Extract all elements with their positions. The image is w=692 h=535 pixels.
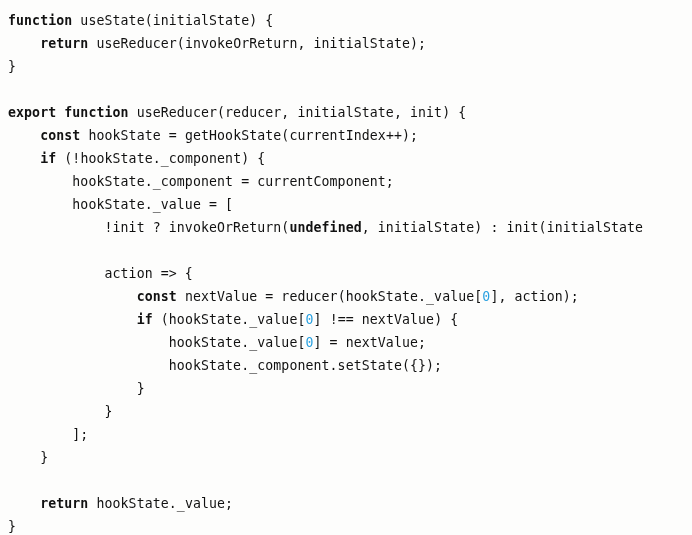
code-token: hookState._component.setState({}); (8, 358, 442, 373)
code-token: action => { (8, 266, 193, 281)
code-token: return (40, 496, 88, 511)
code-token: ]; (8, 427, 88, 442)
code-token: const (137, 289, 177, 304)
code-token: hookState._value = [ (8, 197, 233, 212)
code-token: } (8, 59, 16, 74)
code-token: nextValue = reducer(hookState._value[ (177, 289, 483, 304)
code-token: hookState._value; (88, 496, 233, 511)
code-token: hookState._value[ (8, 335, 305, 350)
code-token: ], action); (490, 289, 578, 304)
code-token: useReducer(reducer, initialState, init) … (129, 105, 467, 120)
code-token: if (137, 312, 153, 327)
code-token: } (8, 404, 113, 419)
code-token: } (8, 450, 48, 465)
code-token (8, 496, 40, 511)
code-token: useReducer(invokeOrReturn, initialState)… (88, 36, 426, 51)
code-token: (!hookState._component) { (56, 151, 265, 166)
code-token: , initialState) : init(initialState (362, 220, 643, 235)
code-token: 0 (305, 335, 313, 350)
code-token (8, 289, 137, 304)
code-token: if (40, 151, 56, 166)
code-token: !init ? invokeOrReturn( (8, 220, 289, 235)
code-token: } (8, 381, 145, 396)
code-token: hookState._component = currentComponent; (8, 174, 394, 189)
code-token: ] = nextValue; (314, 335, 427, 350)
code-token: ] !== nextValue) { (314, 312, 459, 327)
code-token: } (8, 519, 16, 534)
code-token: undefined (289, 220, 361, 235)
code-token: return (40, 36, 88, 51)
code-token (8, 36, 40, 51)
code-token: hookState = getHookState(currentIndex++)… (80, 128, 418, 143)
code-token: function (8, 13, 72, 28)
code-token (8, 312, 137, 327)
code-token: useState(initialState) { (72, 13, 273, 28)
code-token: export function (8, 105, 129, 120)
code-token: 0 (306, 312, 314, 327)
code-token: const (40, 128, 80, 143)
code-block: function useState(initialState) { return… (0, 0, 692, 535)
code-token: (hookState._value[ (153, 312, 306, 327)
code-token (8, 151, 40, 166)
code-token (8, 128, 40, 143)
